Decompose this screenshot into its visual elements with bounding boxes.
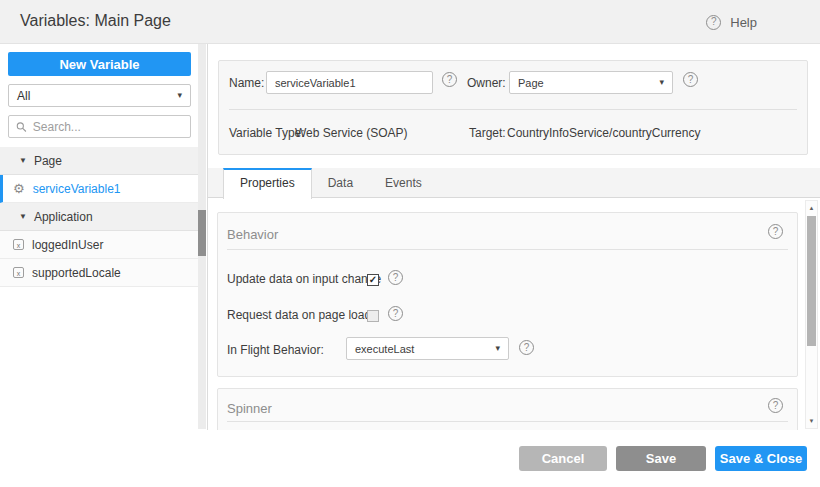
variable-filter-value: All (17, 89, 30, 103)
target-label: Target: (469, 126, 506, 140)
in-flight-behavior-select[interactable]: executeLast ▾ (346, 337, 509, 360)
static-variable-icon: x (13, 239, 24, 250)
check-icon: ✓ (369, 275, 377, 285)
name-input[interactable] (266, 71, 433, 94)
request-on-load-checkbox[interactable] (367, 310, 379, 322)
tree-expand-icon: ▼ (19, 213, 27, 221)
spinner-help-icon[interactable]: ? (768, 398, 783, 413)
search-input[interactable] (33, 120, 183, 134)
behavior-help-icon[interactable]: ? (768, 224, 783, 239)
help-link[interactable]: ? Help (706, 0, 757, 44)
help-icon: ? (706, 15, 721, 30)
dialog-footer: Cancel Save Save & Close (0, 430, 820, 487)
properties-scrollbar-thumb[interactable] (807, 216, 816, 346)
tree-item-servicevariable1[interactable]: ⚙ serviceVariable1 (0, 175, 198, 203)
tree-item-loggedinuser[interactable]: x loggedInUser (0, 231, 198, 259)
cancel-button[interactable]: Cancel (519, 446, 607, 471)
search-icon (16, 121, 27, 133)
properties-scrollbar[interactable]: ▲ ▼ (805, 200, 818, 429)
save-and-close-button[interactable]: Save & Close (715, 446, 807, 471)
update-on-input-help-icon[interactable]: ? (388, 270, 403, 285)
sidebar-scrollbar-thumb[interactable] (198, 210, 206, 256)
editor-tabbar: Properties Data Events (208, 168, 820, 198)
chevron-down-icon: ▾ (177, 91, 182, 100)
variable-summary-card: Name: * ? Owner: * Page ▾ ? Variable Typ… (218, 60, 808, 155)
tree-group-application[interactable]: ▼ Application (0, 203, 198, 231)
in-flight-behavior-label: In Flight Behavior: (227, 343, 324, 357)
in-flight-behavior-help-icon[interactable]: ? (519, 340, 534, 355)
owner-label: Owner: * (467, 76, 514, 90)
request-on-load-help-icon[interactable]: ? (388, 306, 403, 321)
behavior-section: Behavior ? Update data on input change ✓… (217, 212, 798, 377)
help-label: Help (730, 15, 757, 30)
scroll-down-icon[interactable]: ▼ (806, 418, 817, 424)
variable-type-value: Web Service (SOAP) (295, 126, 407, 140)
owner-select[interactable]: Page ▾ (509, 71, 673, 94)
variable-tree: ▼ Page ⚙ serviceVariable1 ▼ Application … (0, 147, 198, 287)
tab-events[interactable]: Events (369, 168, 438, 198)
web-service-variable-icon: ⚙ (13, 182, 25, 195)
dialog-titlebar: Variables: Main Page ? Help (0, 0, 820, 44)
name-help-icon[interactable]: ? (442, 72, 457, 87)
properties-tab-content: Behavior ? Update data on input change ✓… (208, 199, 820, 430)
owner-select-value: Page (518, 77, 544, 89)
tree-group-label: Page (34, 154, 62, 168)
tree-item-supportedlocale[interactable]: x supportedLocale (0, 259, 198, 287)
in-flight-behavior-value: executeLast (355, 343, 414, 355)
tree-expand-icon: ▼ (19, 157, 27, 165)
tree-item-label: supportedLocale (32, 266, 121, 280)
tree-item-label: serviceVariable1 (33, 182, 121, 196)
chevron-down-icon: ▾ (659, 78, 664, 87)
tab-properties[interactable]: Properties (223, 168, 312, 199)
update-on-input-label: Update data on input change (227, 272, 381, 286)
variable-search-box[interactable] (8, 115, 191, 138)
spinner-divider (227, 421, 788, 422)
tree-item-label: loggedInUser (32, 238, 103, 252)
sidebar-scrollbar[interactable] (198, 44, 206, 429)
tab-data[interactable]: Data (312, 168, 369, 198)
update-on-input-checkbox[interactable]: ✓ (367, 274, 379, 286)
variable-filter-select[interactable]: All ▾ (8, 84, 191, 107)
variable-editor-panel: Name: * ? Owner: * Page ▾ ? Variable Typ… (208, 44, 820, 430)
target-value: CountryInfoService/countryCurrency (507, 126, 700, 140)
page-title: Variables: Main Page (20, 12, 171, 30)
spinner-section: Spinner ? (217, 388, 798, 430)
summary-divider (229, 109, 797, 110)
new-variable-button[interactable]: New Variable (8, 52, 191, 76)
static-variable-icon: x (13, 267, 24, 278)
variable-type-label: Variable Type: (229, 126, 305, 140)
request-on-load-label: Request data on page load (227, 308, 371, 322)
behavior-section-title: Behavior (227, 227, 278, 242)
scroll-up-icon[interactable]: ▲ (806, 205, 817, 211)
spinner-section-title: Spinner (227, 401, 272, 416)
variables-sidebar: New Variable All ▾ ▼ Page ⚙ serviceVaria… (0, 44, 208, 430)
owner-help-icon[interactable]: ? (683, 72, 698, 87)
chevron-down-icon: ▾ (495, 344, 500, 353)
tree-group-label: Application (34, 210, 93, 224)
save-button[interactable]: Save (616, 446, 706, 471)
behavior-divider (227, 249, 788, 250)
tree-group-page[interactable]: ▼ Page (0, 147, 198, 175)
